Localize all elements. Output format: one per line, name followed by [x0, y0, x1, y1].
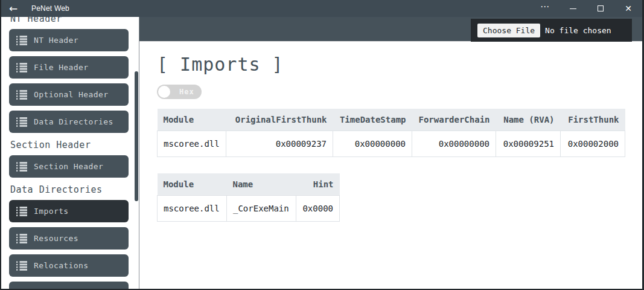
sidebar-item-label: File Header: [34, 63, 89, 72]
minimize-icon: [570, 8, 576, 9]
table-header-row: Module OriginalFirstThunk TimeDateStamp …: [158, 109, 625, 131]
table-row: mscoree.dll 0x00009237 0x00000000 0x0000…: [158, 131, 625, 157]
minimize-button[interactable]: [559, 0, 587, 17]
column-header: Name: [227, 173, 296, 196]
hex-toggle[interactable]: Hex: [157, 85, 202, 99]
cell-first-thunk: 0x00002000: [561, 131, 625, 157]
list-icon: [16, 261, 27, 271]
sidebar-item-label: Resources: [34, 234, 78, 243]
imports-table: Module OriginalFirstThunk TimeDateStamp …: [157, 109, 625, 157]
close-icon: ✕: [625, 4, 632, 13]
list-icon: [16, 117, 27, 127]
cell-function-name: _CorExeMain: [227, 196, 296, 222]
more-icon: ⋯: [540, 1, 550, 12]
page-title: [ Imports ]: [157, 54, 642, 75]
sidebar-item-optional-header[interactable]: Optional Header: [9, 83, 129, 106]
column-header: Module: [158, 173, 227, 196]
column-header: Hint: [296, 173, 340, 196]
file-picker: Choose File No file chosen: [471, 19, 632, 42]
cell-module: mscoree.dll: [158, 131, 226, 157]
list-icon: [16, 90, 27, 100]
hex-toggle-label: Hex: [179, 88, 194, 96]
sidebar-content: NT Header NT Header File Header: [1, 17, 139, 289]
sidebar-item-data-directories[interactable]: Data Directories: [9, 111, 129, 133]
cell-forwarder-chain: 0x00000000: [412, 131, 496, 157]
close-button[interactable]: ✕: [614, 0, 642, 17]
column-header: Module: [158, 109, 226, 131]
imported-functions-table: Module Name Hint mscoree.dll _CorExeMain…: [157, 173, 340, 222]
column-header: ForwarderChain: [412, 109, 496, 131]
maximize-button[interactable]: [587, 0, 614, 17]
sidebar-item-label: Optional Header: [34, 90, 108, 99]
sidebar-section-nt-header: NT Header: [10, 17, 129, 24]
header-strip: Choose File No file chosen: [139, 17, 642, 42]
sidebar-item-label: NT Header: [34, 36, 78, 45]
list-icon: [16, 207, 27, 216]
app-window: ← PeNet Web ⋯ ✕ Choose File No file chos…: [0, 0, 644, 290]
column-header: Name (RVA): [496, 109, 561, 131]
toggle-knob-icon: [158, 86, 170, 98]
sidebar-scrollbar-thumb[interactable]: [135, 71, 138, 201]
sidebar-item-relocations[interactable]: Relocations: [9, 254, 129, 277]
main-content: [ Imports ] Hex Module OriginalFirstThun…: [140, 42, 642, 289]
column-header: OriginalFirstThunk: [226, 109, 333, 131]
sidebar-item-nt-header[interactable]: NT Header: [9, 29, 129, 51]
sidebar-item-label: Imports: [34, 207, 69, 216]
cell-hint: 0x0000: [296, 196, 340, 222]
sidebar: NT Header NT Header File Header: [1, 17, 139, 289]
table-header-row: Module Name Hint: [158, 173, 340, 196]
sidebar-section-data-directories: Data Directories: [10, 184, 129, 195]
back-button[interactable]: ←: [1, 0, 25, 17]
list-icon: [16, 36, 27, 45]
column-header: FirstThunk: [561, 109, 625, 131]
cell-time-date-stamp: 0x00000000: [333, 131, 412, 157]
list-icon: [16, 234, 27, 243]
sidebar-item-label: Relocations: [34, 261, 89, 270]
window-controls: ⋯ ✕: [531, 0, 642, 17]
list-icon: [16, 162, 27, 172]
sidebar-item-resources[interactable]: Resources: [9, 227, 129, 250]
arrow-left-icon: ←: [9, 2, 18, 14]
list-icon: [16, 63, 27, 72]
maximize-icon: [598, 5, 604, 11]
choose-file-button[interactable]: Choose File: [477, 24, 540, 37]
sidebar-item-label: Data Directories: [34, 117, 113, 126]
cell-name-rva: 0x00009251: [496, 131, 561, 157]
cell-module: mscoree.dll: [158, 196, 227, 222]
sidebar-section-section-header: Section Header: [10, 140, 129, 150]
titlebar: ← PeNet Web ⋯ ✕: [1, 0, 642, 17]
sidebar-item-file-header[interactable]: File Header: [9, 56, 129, 79]
sidebar-item-label: Section Header: [34, 162, 103, 171]
cell-original-first-thunk: 0x00009237: [226, 131, 333, 157]
more-button[interactable]: ⋯: [531, 0, 559, 17]
window-title: PeNet Web: [31, 4, 69, 13]
sidebar-item-partial[interactable]: [9, 282, 129, 289]
table-row: mscoree.dll _CorExeMain 0x0000: [158, 196, 340, 222]
sidebar-item-section-header[interactable]: Section Header: [9, 155, 129, 178]
file-status-text: No file chosen: [545, 26, 611, 35]
sidebar-item-imports[interactable]: Imports: [9, 200, 129, 222]
column-header: TimeDateStamp: [333, 109, 412, 131]
